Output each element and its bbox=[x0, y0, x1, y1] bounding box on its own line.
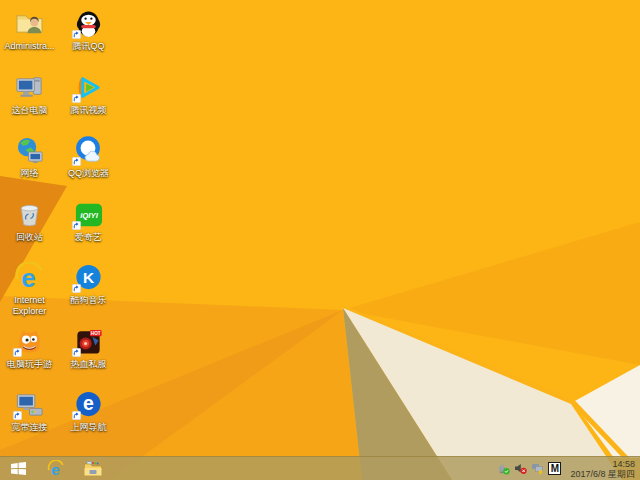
svg-text:e: e bbox=[83, 392, 94, 414]
desktop-icon-label: 电脑玩手游 bbox=[7, 359, 52, 370]
clock-date: 2017/6/8 星期四 bbox=[570, 469, 635, 479]
shortcut-arrow-icon bbox=[13, 348, 22, 357]
desktop-icon-label: 酷狗音乐 bbox=[71, 295, 107, 306]
desktop-icon-label: Administra... bbox=[4, 41, 54, 52]
internet-explorer-icon: e bbox=[47, 460, 65, 478]
recycle-bin-icon bbox=[13, 199, 46, 230]
desktop-icon-recycle-bin[interactable]: 回收站 bbox=[0, 197, 59, 261]
desktop-icon-hot-game[interactable]: HOT 热血私服 bbox=[59, 324, 118, 388]
user-folder-icon bbox=[13, 8, 46, 39]
shortcut-arrow-icon bbox=[72, 94, 81, 103]
desktop-icon-qq-browser[interactable]: QQ浏览器 bbox=[59, 133, 118, 197]
svg-text:iQIYI: iQIYI bbox=[80, 210, 99, 219]
desktop-icon-broadband-connection[interactable]: 宽带连接 bbox=[0, 387, 59, 451]
desktop-icon-mobile-game-helper[interactable]: 电脑玩手游 bbox=[0, 324, 59, 388]
desktop-icon-iqiyi[interactable]: iQIYI 爱奇艺 bbox=[59, 197, 118, 261]
desktop[interactable]: Administra... 这台电脑 bbox=[0, 0, 640, 480]
windows-logo-icon bbox=[11, 462, 26, 475]
shortcut-arrow-icon bbox=[72, 348, 81, 357]
start-button[interactable] bbox=[0, 457, 37, 480]
desktop-icon-label: Internet Explorer bbox=[1, 295, 59, 317]
system-tray: M 14:58 2017/6/8 星期四 bbox=[497, 457, 640, 480]
this-pc-icon bbox=[13, 72, 46, 103]
ime-indicator[interactable]: M bbox=[548, 462, 561, 475]
file-explorer-icon bbox=[84, 461, 102, 476]
desktop-icon-label: 宽带连接 bbox=[12, 422, 48, 433]
qq-penguin-icon bbox=[72, 8, 105, 39]
desktop-icon-label: 网络 bbox=[21, 168, 39, 179]
shortcut-arrow-icon bbox=[72, 157, 81, 166]
desktop-icon-this-pc[interactable]: 这台电脑 bbox=[0, 70, 59, 134]
desktop-icon-kugou-music[interactable]: K 酷狗音乐 bbox=[59, 260, 118, 324]
shortcut-arrow-icon bbox=[72, 411, 81, 420]
desktop-icon-web-navigation[interactable]: e 上网导航 bbox=[59, 387, 118, 451]
svg-text:e: e bbox=[51, 460, 59, 477]
desktop-icon-tencent-video[interactable]: 腾讯视频 bbox=[59, 70, 118, 134]
desktop-icon-label: 腾讯QQ bbox=[72, 41, 104, 52]
svg-text:K: K bbox=[83, 269, 95, 286]
mobile-game-helper-icon bbox=[13, 326, 46, 357]
desktop-icon-grid: Administra... 这台电脑 bbox=[0, 6, 118, 451]
desktop-icon-internet-explorer[interactable]: e Internet Explorer bbox=[0, 260, 59, 324]
network-warning-icon[interactable] bbox=[531, 462, 544, 475]
shortcut-arrow-icon bbox=[72, 30, 81, 39]
hot-game-icon: HOT bbox=[72, 326, 105, 357]
desktop-icon-label: 这台电脑 bbox=[12, 105, 48, 116]
kugou-music-icon: K bbox=[72, 262, 105, 293]
taskbar: e bbox=[0, 456, 640, 480]
desktop-icon-label: 回收站 bbox=[16, 232, 43, 243]
shortcut-arrow-icon bbox=[72, 284, 81, 293]
shortcut-arrow-icon bbox=[13, 411, 22, 420]
svg-text:HOT: HOT bbox=[91, 330, 101, 335]
desktop-icon-network[interactable]: 网络 bbox=[0, 133, 59, 197]
broadband-connection-icon bbox=[13, 389, 46, 420]
taskbar-file-explorer-button[interactable] bbox=[74, 457, 111, 480]
tencent-video-icon bbox=[72, 72, 105, 103]
qq-browser-icon bbox=[72, 135, 105, 166]
iqiyi-icon: iQIYI bbox=[72, 199, 105, 230]
internet-explorer-icon: e bbox=[13, 262, 46, 293]
shortcut-arrow-icon bbox=[72, 221, 81, 230]
desktop-icon-tencent-qq[interactable]: 腾讯QQ bbox=[59, 6, 118, 70]
clock-time: 14:58 bbox=[570, 459, 635, 469]
desktop-icon-label: 热血私服 bbox=[71, 359, 107, 370]
desktop-icon-label: 爱奇艺 bbox=[75, 232, 102, 243]
desktop-icon-label: QQ浏览器 bbox=[68, 168, 109, 179]
taskbar-internet-explorer-button[interactable]: e bbox=[37, 457, 74, 480]
svg-text:e: e bbox=[21, 263, 36, 293]
desktop-icon-label: 上网导航 bbox=[71, 422, 107, 433]
network-icon bbox=[13, 135, 46, 166]
taskbar-clock[interactable]: 14:58 2017/6/8 星期四 bbox=[570, 459, 635, 479]
usb-safely-remove-icon[interactable] bbox=[497, 462, 510, 475]
desktop-icon-label: 腾讯视频 bbox=[71, 105, 107, 116]
desktop-icon-administrator[interactable]: Administra... bbox=[0, 6, 59, 70]
volume-muted-icon[interactable] bbox=[514, 462, 527, 475]
web-navigation-icon: e bbox=[72, 389, 105, 420]
